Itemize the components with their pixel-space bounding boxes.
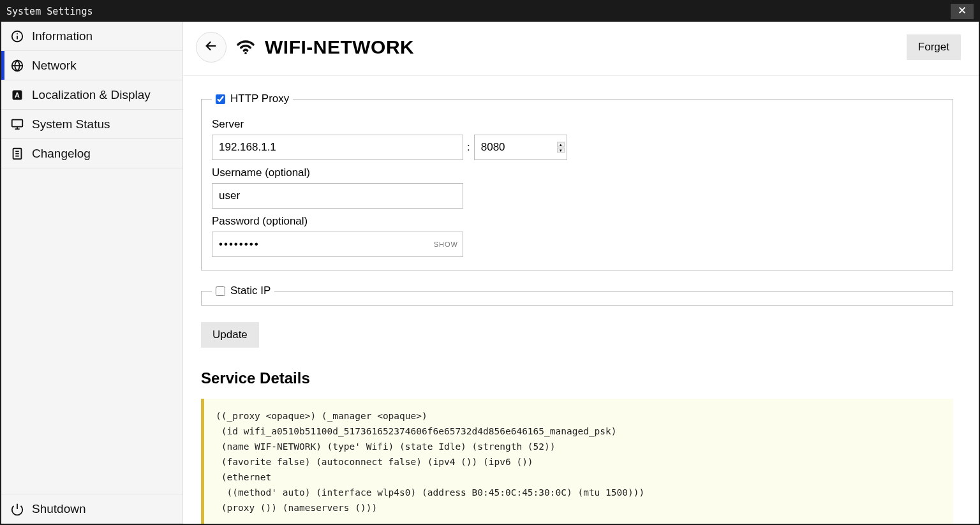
sidebar-item-network[interactable]: Network [1,51,182,80]
username-input[interactable] [212,183,463,209]
svg-point-15 [244,52,246,54]
wifi-icon [235,37,256,57]
back-button[interactable] [196,32,226,63]
page-title: WIFI-NETWORK [265,36,898,58]
sidebar-item-shutdown[interactable]: Shutdown [1,494,182,524]
server-input[interactable] [212,135,463,160]
server-label: Server [212,118,942,131]
http-proxy-fieldset: HTTP Proxy Server : ▴▾ Username (optiona… [201,92,953,270]
sidebar-item-label: Localization & Display [32,88,151,102]
port-spinner[interactable]: ▴▾ [557,142,565,153]
static-ip-legend: Static IP [230,285,271,297]
power-icon [10,502,24,516]
language-icon: A [10,88,24,102]
sidebar-item-label: Shutdown [32,502,86,516]
show-password-button[interactable]: SHOW [434,240,458,248]
forget-button[interactable]: Forget [907,34,961,60]
sidebar-item-information[interactable]: Information [1,22,182,51]
arrow-left-icon [204,39,218,55]
sidebar-item-system-status[interactable]: System Status [1,110,182,139]
globe-icon [10,59,24,73]
port-input[interactable] [474,135,567,160]
server-port-separator: : [467,141,470,154]
sidebar-item-changelog[interactable]: Changelog [1,139,182,168]
http-proxy-legend: HTTP Proxy [230,92,289,105]
monitor-icon [10,117,24,131]
sidebar-item-label: System Status [32,117,110,131]
username-label: Username (optional) [212,166,942,179]
password-label: Password (optional) [212,215,942,228]
service-details-code: ((_proxy <opaque>) (_manager <opaque>) (… [201,399,953,524]
window-close-button[interactable] [951,4,974,19]
titlebar: System Settings [1,1,979,22]
http-proxy-checkbox[interactable] [216,94,225,104]
info-icon [10,29,24,43]
sidebar-item-localization[interactable]: A Localization & Display [1,80,182,110]
svg-text:A: A [15,91,20,99]
static-ip-checkbox[interactable] [216,286,225,296]
static-ip-fieldset: Static IP [201,285,953,306]
sidebar-item-label: Changelog [32,147,91,161]
service-details-heading: Service Details [201,369,953,387]
document-icon [10,147,24,161]
svg-rect-6 [12,119,23,126]
main-content: WIFI-NETWORK Forget HTTP Proxy Server : [183,22,979,524]
sidebar-item-label: Information [32,29,93,43]
update-button[interactable]: Update [201,322,259,348]
svg-point-2 [17,33,18,34]
sidebar: Information Network A Localization & Dis… [1,22,183,524]
window-title: System Settings [6,6,951,17]
password-input[interactable] [212,232,463,257]
close-icon [958,6,967,17]
sidebar-item-label: Network [32,59,77,73]
